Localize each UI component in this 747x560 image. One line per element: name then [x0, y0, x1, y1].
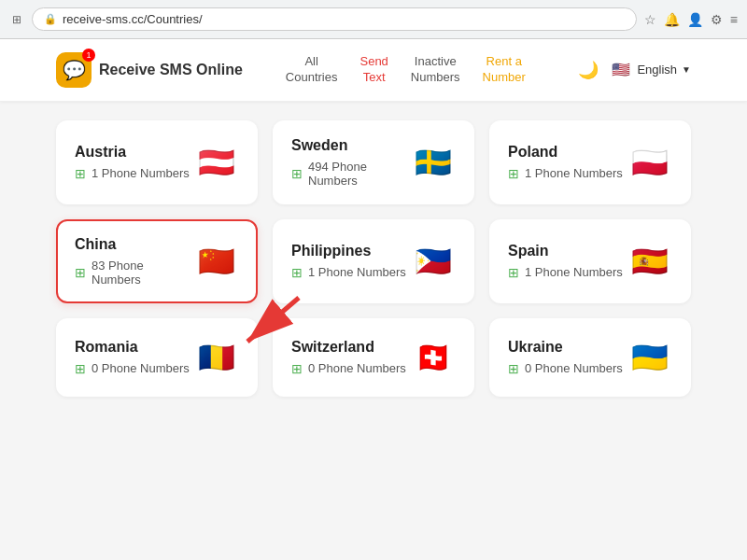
country-name: Austria [75, 144, 190, 161]
grid-icon: ⊞ [291, 265, 303, 280]
country-flag: 🇨🇳 [194, 239, 239, 284]
country-name: Switzerland [291, 339, 406, 356]
country-name: Ukraine [508, 339, 623, 356]
country-card-sweden[interactable]: Sweden ⊞ 494 Phone Numbers 🇸🇪 [273, 120, 474, 204]
nav-links: All Countries Send Text Inactive Numbers… [276, 49, 560, 91]
browser-controls: ⊞ [9, 12, 24, 27]
card-info: China ⊞ 83 Phone Numbers [75, 236, 194, 287]
count-text: 494 Phone Numbers [308, 160, 411, 188]
phone-count: ⊞ 1 Phone Numbers [291, 265, 406, 280]
count-text: 0 Phone Numbers [525, 361, 623, 375]
card-info: Sweden ⊞ 494 Phone Numbers [291, 137, 411, 188]
browser-icon: ⊞ [9, 12, 24, 27]
grid-icon: ⊞ [75, 166, 86, 181]
page: 💬 1 Receive SMS Online All Countries Sen… [0, 39, 747, 560]
grid-icon: ⊞ [508, 166, 519, 181]
country-card-philippines[interactable]: Philippines ⊞ 1 Phone Numbers 🇵🇭 [273, 219, 474, 303]
country-flag: 🇸🇪 [411, 140, 456, 185]
country-name: Philippines [291, 243, 406, 259]
language-selector[interactable]: 🇺🇸 English ▼ [610, 59, 691, 81]
logo-area[interactable]: 💬 1 Receive SMS Online [56, 52, 243, 88]
card-info: Philippines ⊞ 1 Phone Numbers [291, 243, 406, 280]
grid-icon: ⊞ [291, 166, 303, 181]
country-card-spain[interactable]: Spain ⊞ 1 Phone Numbers 🇪🇸 [489, 219, 691, 303]
grid-icon: ⊞ [508, 361, 519, 376]
count-text: 1 Phone Numbers [525, 265, 623, 279]
profile-icon[interactable]: 👤 [687, 12, 703, 27]
lock-icon: 🔒 [44, 13, 57, 25]
navbar: 💬 1 Receive SMS Online All Countries Sen… [0, 39, 747, 102]
count-text: 0 Phone Numbers [308, 361, 406, 375]
count-text: 1 Phone Numbers [525, 166, 623, 180]
country-card-ukraine[interactable]: Ukraine ⊞ 0 Phone Numbers 🇺🇦 [489, 318, 691, 397]
phone-count: ⊞ 1 Phone Numbers [508, 265, 623, 280]
count-text: 0 Phone Numbers [92, 361, 190, 375]
country-card-poland[interactable]: Poland ⊞ 1 Phone Numbers 🇵🇱 [489, 120, 691, 204]
country-card-china[interactable]: China ⊞ 83 Phone Numbers 🇨🇳 [56, 219, 258, 303]
nav-send-text[interactable]: Send Text [350, 49, 397, 91]
nav-right: 🌙 🇺🇸 English ▼ [578, 59, 691, 81]
nav-all-countries[interactable]: All Countries [276, 49, 347, 91]
country-name: Poland [508, 144, 623, 161]
phone-count: ⊞ 0 Phone Numbers [508, 361, 623, 376]
phone-count: ⊞ 0 Phone Numbers [75, 361, 190, 376]
country-name: Romania [75, 339, 190, 356]
card-info: Poland ⊞ 1 Phone Numbers [508, 144, 623, 181]
phone-count: ⊞ 0 Phone Numbers [291, 361, 406, 376]
country-card-romania[interactable]: Romania ⊞ 0 Phone Numbers 🇷🇴 [56, 318, 258, 397]
star-icon[interactable]: ☆ [644, 12, 656, 27]
bell-icon[interactable]: 🔔 [664, 12, 680, 27]
address-bar[interactable]: 🔒 receive-sms.cc/Countries/ [32, 7, 637, 31]
country-card-austria[interactable]: Austria ⊞ 1 Phone Numbers 🇦🇹 [56, 120, 258, 204]
count-text: 1 Phone Numbers [308, 265, 406, 279]
country-card-switzerland[interactable]: Switzerland ⊞ 0 Phone Numbers 🇨🇭 [273, 318, 474, 397]
menu-icon[interactable]: ≡ [730, 12, 738, 27]
language-label: English [637, 63, 677, 77]
logo-badge: 1 [82, 49, 95, 62]
card-info: Austria ⊞ 1 Phone Numbers [75, 144, 190, 181]
country-name: Sweden [291, 137, 411, 154]
browser-chrome: ⊞ 🔒 receive-sms.cc/Countries/ ☆ 🔔 👤 ⚙ ≡ [0, 0, 747, 39]
url-text: receive-sms.cc/Countries/ [63, 12, 203, 26]
logo-text: Receive SMS Online [99, 62, 243, 78]
phone-count: ⊞ 494 Phone Numbers [291, 160, 411, 188]
card-info: Switzerland ⊞ 0 Phone Numbers [291, 339, 406, 376]
country-flag: 🇺🇦 [627, 335, 672, 380]
grid-icon: ⊞ [291, 361, 303, 376]
country-flag: 🇵🇭 [411, 239, 456, 284]
phone-count: ⊞ 1 Phone Numbers [508, 166, 623, 181]
phone-count: ⊞ 83 Phone Numbers [75, 259, 194, 287]
country-flag: 🇨🇭 [411, 335, 456, 380]
grid-icon: ⊞ [75, 361, 86, 376]
dark-mode-icon[interactable]: 🌙 [578, 60, 599, 80]
settings-icon[interactable]: ⚙ [711, 12, 723, 27]
country-name: China [75, 236, 194, 253]
grid-icon: ⊞ [75, 265, 86, 280]
country-flag: 🇦🇹 [194, 140, 239, 185]
country-grid: Austria ⊞ 1 Phone Numbers 🇦🇹 Sweden ⊞ 49… [56, 120, 691, 397]
main-content: Austria ⊞ 1 Phone Numbers 🇦🇹 Sweden ⊞ 49… [0, 102, 747, 415]
language-flag: 🇺🇸 [610, 59, 632, 81]
count-text: 83 Phone Numbers [92, 259, 194, 287]
nav-rent-number[interactable]: Rent a Number [473, 49, 535, 91]
country-flag: 🇷🇴 [194, 335, 239, 380]
country-flag: 🇵🇱 [627, 140, 672, 185]
chevron-down-icon: ▼ [682, 64, 691, 75]
card-info: Ukraine ⊞ 0 Phone Numbers [508, 339, 623, 376]
card-info: Spain ⊞ 1 Phone Numbers [508, 243, 623, 280]
logo-icon: 💬 1 [56, 52, 92, 88]
grid-icon: ⊞ [508, 265, 519, 280]
country-flag: 🇪🇸 [627, 239, 672, 284]
card-info: Romania ⊞ 0 Phone Numbers [75, 339, 190, 376]
phone-count: ⊞ 1 Phone Numbers [75, 166, 190, 181]
count-text: 1 Phone Numbers [92, 166, 190, 180]
browser-actions: ☆ 🔔 👤 ⚙ ≡ [644, 12, 738, 27]
nav-inactive-numbers[interactable]: Inactive Numbers [402, 49, 470, 91]
country-name: Spain [508, 243, 623, 259]
